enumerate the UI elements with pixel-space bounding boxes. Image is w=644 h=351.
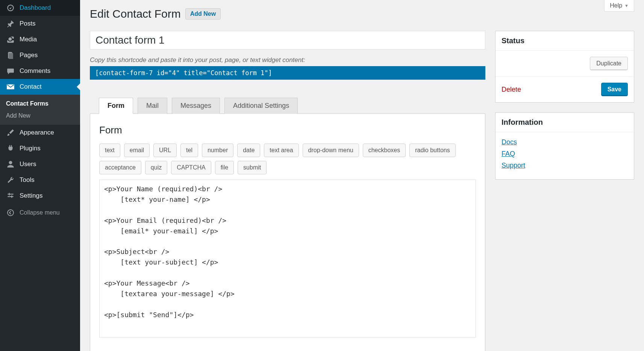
main-content: Help ▼ Edit Contact Form Add New Copy th… [80,0,644,351]
admin-sidebar: Dashboard Posts Media Pages Comments [0,0,80,351]
sidebar-item-label: Plugins [20,145,41,152]
info-link-faq[interactable]: FAQ [502,150,628,158]
form-title-input[interactable] [90,31,485,50]
tab-form[interactable]: Form [99,98,133,114]
tag-btn-number[interactable]: number [202,144,233,157]
tag-btn-acceptance[interactable]: acceptance [99,161,141,174]
tag-btn-checkboxes[interactable]: checkboxes [363,144,406,157]
media-icon [6,35,15,44]
status-box-title: Status [496,31,634,51]
sidebar-item-label: Tools [20,176,35,184]
collapse-label: Collapse menu [20,209,60,216]
sidebar-item-label: Appearance [20,129,54,136]
sidebar-item-pages[interactable]: Pages [0,47,80,63]
sidebar-item-label: Media [20,36,37,43]
sidebar-item-media[interactable]: Media [0,32,80,47]
tag-btn-radio[interactable]: radio buttons [409,144,456,157]
tag-btn-captcha[interactable]: CAPTCHA [171,161,211,174]
sidebar-item-label: Comments [20,67,50,75]
sidebar-item-posts[interactable]: Posts [0,16,80,32]
sidebar-item-label: Posts [20,20,36,27]
collapse-icon [6,209,15,216]
add-new-button[interactable]: Add New [185,8,221,20]
tag-btn-url[interactable]: URL [153,144,177,157]
tab-panel-form: Form text email URL tel number date text… [90,113,485,351]
shortcode-value[interactable]: [contact-form-7 id="4" title="Contact fo… [90,66,485,80]
tag-btn-submit[interactable]: submit [238,161,267,174]
status-box: Status Duplicate Delete Save [495,31,634,103]
sidebar-item-settings[interactable]: Settings [0,188,80,204]
svg-point-5 [8,210,14,216]
information-box: Information Docs FAQ Support [495,112,634,180]
sliders-icon [6,192,15,200]
duplicate-button[interactable]: Duplicate [590,57,628,70]
sidebar-item-plugins[interactable]: Plugins [0,141,80,156]
mail-icon [6,83,15,91]
submenu-item-contact-forms[interactable]: Contact Forms [0,98,80,110]
panel-title: Form [99,124,476,136]
user-icon [6,160,15,168]
tag-btn-date[interactable]: date [237,144,260,157]
page-header: Edit Contact Form Add New [90,8,634,20]
sidebar-item-label: Pages [20,51,38,59]
delete-link[interactable]: Delete [502,86,521,94]
tab-mail[interactable]: Mail [138,98,167,114]
tag-btn-email[interactable]: email [124,144,150,157]
tab-messages[interactable]: Messages [172,98,220,114]
shortcode-hint: Copy this shortcode and paste it into yo… [90,56,485,64]
tag-btn-text[interactable]: text [99,144,120,157]
sidebar-item-users[interactable]: Users [0,156,80,172]
pin-icon [6,20,15,28]
sidebar-item-label: Dashboard [20,4,51,12]
tag-btn-dropdown[interactable]: drop-down menu [303,144,359,157]
wrench-icon [6,176,15,184]
comment-icon [6,67,15,75]
save-button[interactable]: Save [601,83,628,96]
sidebar-item-contact[interactable]: Contact [0,79,80,95]
pages-icon [6,51,15,59]
information-box-title: Information [496,113,634,132]
plug-icon [6,144,15,153]
tab-additional-settings[interactable]: Additional Settings [224,98,298,114]
tag-btn-file[interactable]: file [215,161,234,174]
sidebar-item-appearance[interactable]: Appearance [0,125,80,141]
svg-point-4 [9,161,12,164]
info-link-support[interactable]: Support [502,162,628,169]
dashboard-icon [6,4,15,12]
sidebar-item-label: Users [20,160,36,168]
svg-rect-2 [9,53,13,59]
tab-nav: Form Mail Messages Additional Settings [99,98,485,114]
tag-button-row: text email URL tel number date text area… [99,144,476,174]
form-template-textarea[interactable] [99,180,476,337]
help-label: Help [610,2,622,9]
collapse-menu-button[interactable]: Collapse menu [0,205,80,220]
sidebar-item-label: Settings [20,192,42,200]
page-title: Edit Contact Form [90,8,181,20]
tag-btn-tel[interactable]: tel [180,144,198,157]
help-tab[interactable]: Help ▼ [604,0,634,12]
sidebar-item-tools[interactable]: Tools [0,172,80,188]
chevron-down-icon: ▼ [624,3,629,8]
sidebar-submenu: Contact Forms Add New [0,95,80,125]
sidebar-item-label: Contact [20,83,42,91]
tag-btn-quiz[interactable]: quiz [145,161,167,174]
tag-btn-textarea[interactable]: text area [264,144,299,157]
submenu-item-add-new[interactable]: Add New [0,110,80,122]
sidebar-item-dashboard[interactable]: Dashboard [0,0,80,16]
info-link-docs[interactable]: Docs [502,138,628,146]
brush-icon [6,129,15,137]
sidebar-item-comments[interactable]: Comments [0,63,80,79]
